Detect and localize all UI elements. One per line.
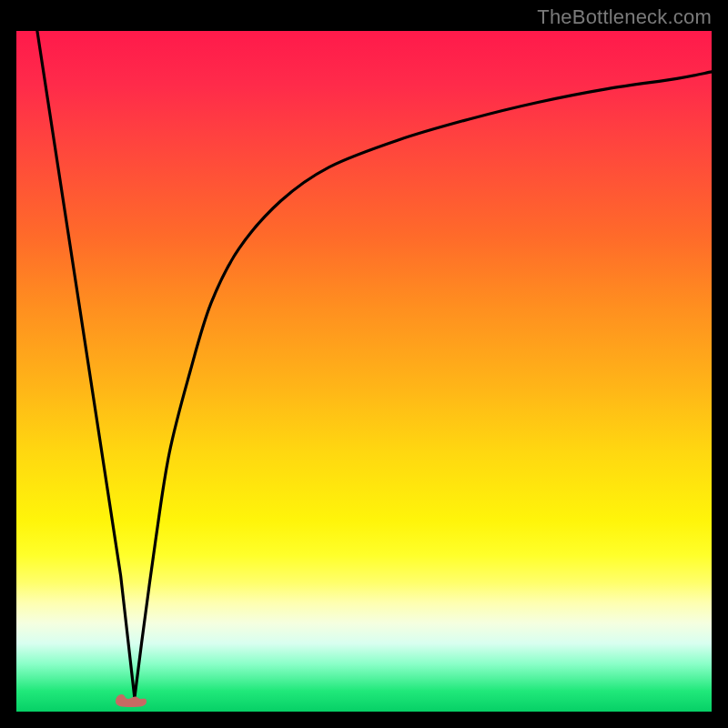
attribution-text: TheBottleneck.com (537, 5, 712, 29)
bottleneck-curve (16, 31, 712, 712)
chart-frame: TheBottleneck.com (0, 0, 728, 728)
plot-area (16, 31, 712, 712)
